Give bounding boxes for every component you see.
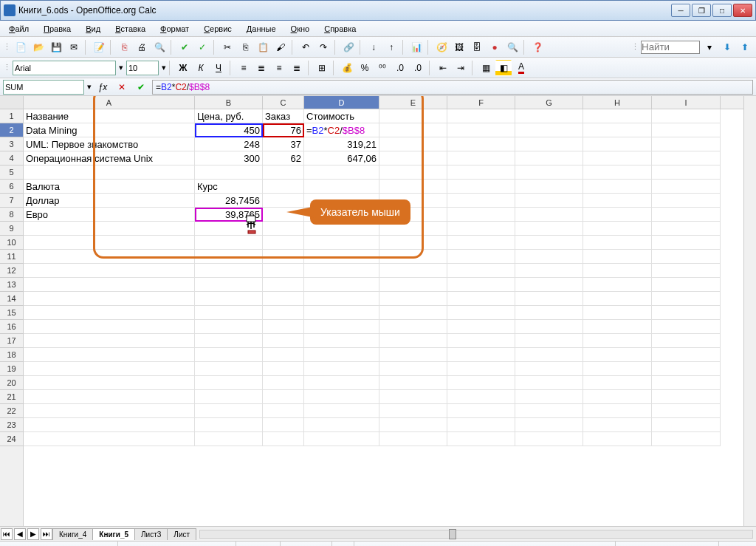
cell[interactable]: 28,7456 [195, 194, 263, 208]
zoom-slider[interactable]: − + [616, 542, 719, 546]
row-header[interactable]: 21 [0, 390, 23, 404]
row-header[interactable]: 10 [0, 236, 23, 250]
align-left-icon[interactable]: ≡ [236, 60, 252, 76]
print-icon[interactable]: 🖨 [134, 39, 150, 55]
cell[interactable]: Операционная система Unix [24, 151, 195, 165]
pdf-icon[interactable]: ⎘ [116, 39, 132, 55]
cell[interactable] [515, 137, 583, 151]
find-dropdown-icon[interactable]: ▾ [701, 39, 718, 55]
indent-inc-icon[interactable]: ⇥ [453, 60, 469, 76]
grid[interactable]: Название Цена, руб. Заказ Стоимость Data… [24, 109, 743, 446]
cell[interactable] [447, 109, 515, 123]
zoom-value[interactable]: 130% [719, 542, 756, 546]
status-insert-mode[interactable]: ВСТ [236, 542, 281, 546]
cell[interactable] [652, 109, 721, 123]
navigator-icon[interactable]: 🧭 [433, 39, 450, 55]
edit-icon[interactable]: 📝 [91, 39, 107, 55]
cell[interactable] [379, 109, 447, 123]
menu-data[interactable]: Данные [241, 23, 282, 35]
cell[interactable] [652, 137, 721, 151]
row-header[interactable]: 19 [0, 362, 23, 376]
cell[interactable]: Data Mining [24, 123, 195, 137]
row-header[interactable]: 20 [0, 376, 23, 390]
cell[interactable]: 76 [263, 123, 304, 137]
namebox-dropdown-icon[interactable]: ▾ [87, 82, 92, 92]
cell[interactable] [515, 123, 583, 137]
row-header[interactable]: 24 [0, 432, 23, 446]
cell[interactable]: Курс [195, 180, 263, 194]
merge-icon[interactable]: ⊞ [314, 60, 330, 76]
col-header[interactable]: E [379, 96, 447, 109]
cell[interactable] [515, 109, 583, 123]
chart-icon[interactable]: 📊 [408, 39, 425, 55]
col-header[interactable]: C [263, 96, 304, 109]
cancel-icon[interactable]: ✕ [114, 79, 130, 95]
cell[interactable] [583, 123, 652, 137]
fx-icon[interactable]: ƒx [94, 79, 111, 95]
size-dropdown-icon[interactable]: ▾ [162, 63, 166, 72]
col-header[interactable]: I [652, 96, 721, 109]
align-right-icon[interactable]: ≡ [271, 60, 287, 76]
autospell-icon[interactable]: ✓ [194, 39, 210, 55]
cell[interactable] [652, 151, 721, 165]
fillcolor-icon[interactable]: ◧ [495, 60, 512, 76]
italic-icon[interactable]: К [193, 60, 209, 76]
cell[interactable]: Валюта [24, 180, 195, 194]
cell[interactable]: Цена, руб. [195, 109, 263, 123]
new-icon[interactable]: 📄 [13, 39, 29, 55]
find-input[interactable] [641, 41, 700, 54]
spellcheck-icon[interactable]: ✔ [176, 39, 193, 55]
row-header[interactable]: 15 [0, 306, 23, 320]
cell[interactable]: 37 [263, 137, 304, 151]
cell-d2-editing[interactable]: =B2*C2/$B$8 [304, 123, 379, 137]
sheet-tab[interactable]: Лист [167, 528, 196, 540]
dec-dec-icon[interactable]: .0 [410, 60, 426, 76]
border-icon[interactable]: ▦ [478, 60, 494, 76]
zoom-icon[interactable]: 🔍 [504, 39, 520, 55]
close-button[interactable]: ✕ [733, 4, 752, 17]
row-header[interactable]: 4 [0, 151, 23, 165]
font-name-input[interactable] [13, 61, 116, 75]
cell[interactable]: Доллар [24, 194, 195, 208]
preview-icon[interactable]: 🔍 [151, 39, 168, 55]
datasource-icon[interactable]: 🗄 [469, 39, 485, 55]
cell[interactable] [583, 109, 652, 123]
cell[interactable] [379, 151, 447, 165]
row-header[interactable]: 16 [0, 320, 23, 334]
tab-next-icon[interactable]: ▶ [27, 528, 39, 540]
row-header[interactable]: 13 [0, 278, 23, 292]
mail-icon[interactable]: ✉ [66, 39, 82, 55]
font-dropdown-icon[interactable]: ▾ [119, 63, 123, 72]
bold-icon[interactable]: Ж [175, 60, 191, 76]
find-prev-icon[interactable]: ⬆ [737, 39, 753, 55]
col-header[interactable]: F [447, 96, 515, 109]
find-next-icon[interactable]: ⬇ [719, 39, 735, 55]
cell[interactable] [447, 151, 515, 165]
paste-icon[interactable]: 📋 [255, 39, 271, 55]
cell[interactable] [583, 137, 652, 151]
sheet-tab[interactable]: Книги_5 [92, 528, 135, 540]
row-header[interactable]: 3 [0, 137, 23, 151]
cell[interactable] [379, 137, 447, 151]
menu-help[interactable]: Справка [318, 23, 362, 35]
col-header[interactable]: B [195, 96, 263, 109]
minimize-button[interactable]: ─ [671, 4, 690, 17]
align-justify-icon[interactable]: ≣ [289, 60, 305, 76]
vertical-scrollbar[interactable] [743, 96, 756, 526]
col-header[interactable]: H [583, 96, 652, 109]
menu-view[interactable]: Вид [80, 23, 106, 35]
redo-icon[interactable]: ↷ [315, 39, 331, 55]
accept-icon[interactable]: ✔ [133, 79, 149, 95]
menu-edit[interactable]: Правка [38, 23, 77, 35]
name-box[interactable] [3, 80, 84, 95]
open-icon[interactable]: 📂 [30, 39, 47, 55]
font-size-input[interactable] [126, 61, 159, 75]
cell[interactable] [652, 123, 721, 137]
row-header[interactable]: 6 [0, 180, 23, 194]
copy-icon[interactable]: ⎘ [237, 39, 253, 55]
tab-first-icon[interactable]: ⏮ [1, 528, 13, 540]
menu-format[interactable]: Формат [154, 23, 195, 35]
horizontal-scrollbar[interactable] [199, 530, 753, 539]
row-header[interactable]: 8 [0, 208, 23, 222]
dec-inc-icon[interactable]: .0 [392, 60, 408, 76]
